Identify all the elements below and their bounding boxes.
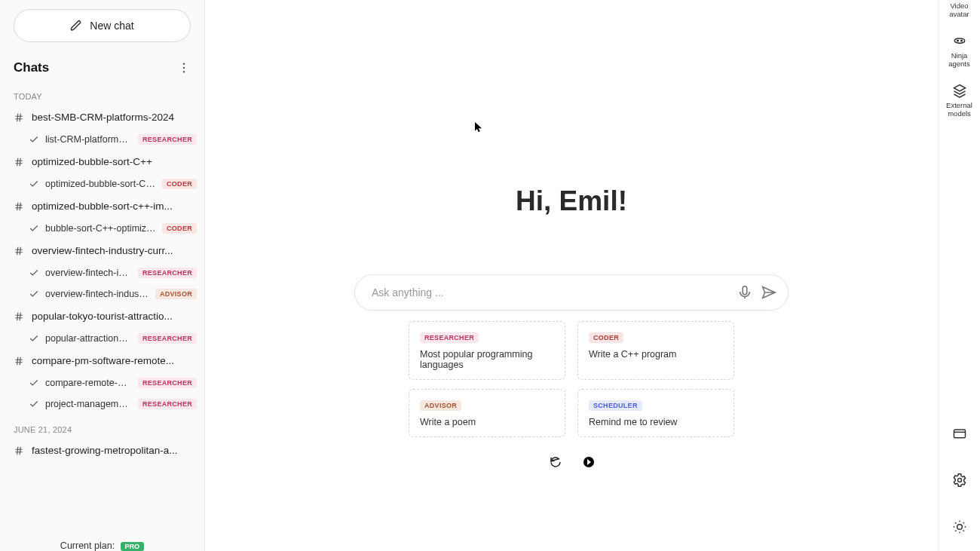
role-badge: RESEARCHER [138,333,197,344]
role-badge: SCHEDULER [589,400,642,411]
svg-point-2 [183,71,185,72]
check-icon [29,179,39,189]
sub-thread[interactable]: list-CRM-platforms-SM...RESEARCHER [14,129,200,150]
role-badge: CODER [589,332,623,343]
thread-label: fastest-growing-metropolitan-a... [32,445,197,456]
thread-label: optimized-bubble-sort-c++-im... [32,201,197,212]
suggestion-card[interactable]: ADVISORWrite a poem [409,389,565,437]
sub-thread[interactable]: bubble-sort-C++-optimizationCODER [14,218,200,239]
thread-label: overview-fintech-industry-curr... [32,245,197,256]
rail-video-avatar[interactable]: Video avatar [942,2,978,18]
thread-title[interactable]: compare-pm-software-remote... [14,349,200,372]
thread-title[interactable]: optimized-bubble-sort-c++-im... [14,194,200,218]
sub-thread-label: compare-remote-pm-s... [45,378,132,388]
sub-thread-label: project-management-s... [45,399,132,409]
sidebar: New chat Chats TODAY best-SMB-CRM-platfo… [0,0,205,551]
svg-point-0 [183,63,185,65]
prompt-controls [549,455,594,469]
check-icon [29,134,39,145]
svg-point-4 [957,40,958,41]
rail-video-label: Video avatar [942,2,978,18]
thread-label: compare-pm-software-remote... [32,355,197,366]
hash-icon [14,112,24,123]
thread-title[interactable]: optimized-bubble-sort-C++ [14,150,200,173]
new-chat-button[interactable]: New chat [14,9,191,42]
rail-ninja-agents[interactable]: Ninja agents [942,33,978,68]
thread-title[interactable]: fastest-growing-metropolitan-a... [14,439,200,462]
date-group-today: TODAY [14,92,200,101]
hash-icon [14,246,24,256]
svg-point-1 [183,67,185,69]
thread-label: optimized-bubble-sort-C++ [32,156,197,167]
hash-icon [14,157,24,167]
refresh-icon[interactable] [549,455,562,469]
thread-label: best-SMB-CRM-platforms-2024 [32,112,197,123]
date-group-jun21: JUNE 21, 2024 [14,425,200,434]
sub-thread[interactable]: popular-attractions-Tok...RESEARCHER [14,328,200,349]
thread-title[interactable]: best-SMB-CRM-platforms-2024 [14,106,200,129]
check-icon [29,378,39,388]
wallet-icon[interactable] [952,426,967,441]
new-chat-label: New chat [90,20,133,32]
sub-thread[interactable]: project-management-s...RESEARCHER [14,393,200,415]
rail-external-models[interactable]: External models [942,83,978,118]
play-icon[interactable] [583,457,594,467]
sub-thread-label: bubble-sort-C++-optimization [45,223,156,234]
svg-point-5 [960,40,962,41]
suggestion-card[interactable]: CODERWrite a C++ program [577,321,734,380]
ask-input[interactable] [372,286,729,298]
role-badge: RESEARCHER [138,399,197,409]
check-icon [29,333,39,344]
sub-thread-label: overview-fintech-industry-... [45,289,149,299]
check-icon [29,399,39,409]
role-badge: CODER [162,223,197,234]
suggestion-text: Most popular programming languages [420,349,554,370]
hash-icon [14,311,24,322]
main-area: Hi, Emil! RESEARCHERMost popular program… [205,0,938,551]
ask-input-row [354,274,789,311]
send-icon[interactable] [761,284,777,301]
role-badge: RESEARCHER [138,268,197,278]
sub-thread[interactable]: compare-remote-pm-s...RESEARCHER [14,372,200,393]
microphone-icon[interactable] [737,284,753,301]
sub-thread-label: popular-attractions-Tok... [45,333,132,344]
sub-thread[interactable]: optimized-bubble-sort-C++CODER [14,173,200,194]
suggestion-text: Write a poem [420,417,554,427]
suggestion-text: Write a C++ program [589,349,723,360]
check-icon [29,223,39,234]
plan-label: Current plan: [60,540,115,551]
hash-icon [14,201,24,212]
plan-bar: Current plan: PRO [0,533,204,551]
suggestion-card[interactable]: RESEARCHERMost popular programming langu… [409,321,565,380]
thread-title[interactable]: popular-tokyo-tourist-attractio... [14,305,200,328]
svg-rect-6 [954,430,965,438]
settings-icon[interactable] [952,473,967,488]
check-icon [29,268,39,278]
role-badge: RESEARCHER [138,134,197,145]
layers-icon [952,83,967,98]
suggestion-card[interactable]: SCHEDULERRemind me to review [577,389,734,437]
suggestion-text: Remind me to review [589,417,723,427]
svg-rect-3 [743,286,747,295]
sub-thread-label: overview-fintech-industry [45,268,132,278]
pencil-icon [70,20,82,32]
ninja-icon [952,33,967,48]
thread-title[interactable]: overview-fintech-industry-curr... [14,239,200,262]
greeting-text: Hi, Emil! [516,185,627,217]
role-badge: ADVISOR [420,400,461,411]
role-badge: RESEARCHER [138,378,197,388]
role-badge: CODER [162,179,197,189]
rail-ninja-label: Ninja agents [942,51,978,68]
role-badge: RESEARCHER [420,332,479,343]
sub-thread[interactable]: overview-fintech-industry-...ADVISOR [14,283,200,305]
mouse-cursor-icon [475,122,482,136]
hash-icon [14,356,24,366]
more-vertical-icon[interactable] [177,61,191,75]
chat-list: TODAY best-SMB-CRM-platforms-2024list-CR… [0,81,204,533]
sub-thread[interactable]: overview-fintech-industryRESEARCHER [14,262,200,283]
plan-badge: PRO [121,542,145,551]
sub-thread-label: list-CRM-platforms-SM... [45,134,132,145]
suggestion-grid: RESEARCHERMost popular programming langu… [409,321,734,437]
sun-icon[interactable] [952,519,967,534]
svg-point-7 [957,479,961,482]
